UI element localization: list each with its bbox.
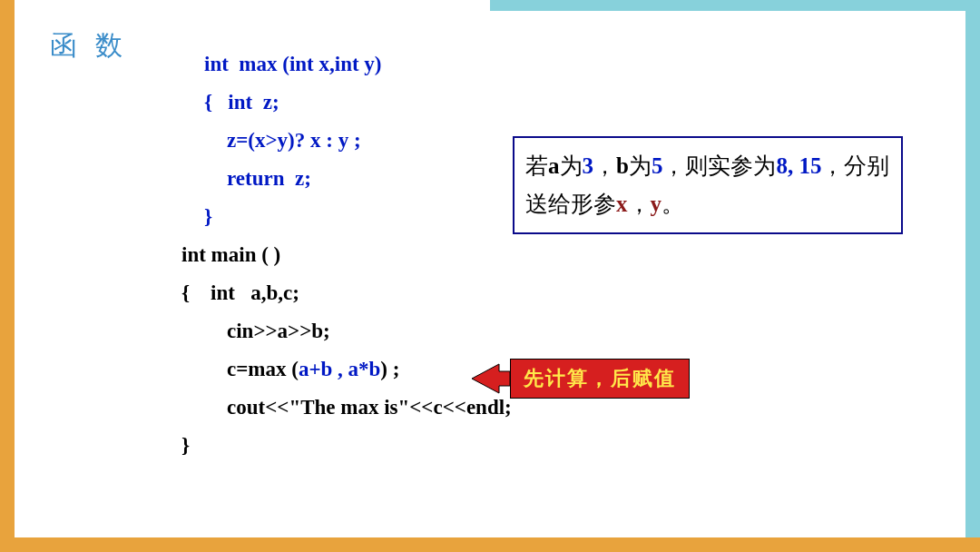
info-text: 为 bbox=[629, 153, 652, 178]
callout-arrow-icon bbox=[472, 362, 510, 395]
code-text: a,b,c; bbox=[250, 281, 299, 304]
code-line-8: cin>>a>>b; bbox=[181, 312, 512, 350]
code-text: c=max ( bbox=[227, 358, 299, 380]
code-text: (int x,int y) bbox=[282, 53, 381, 75]
code-line-6: int main ( ) bbox=[181, 236, 512, 274]
info-text: 。 bbox=[662, 192, 684, 216]
svg-marker-0 bbox=[472, 364, 510, 393]
code-text: <<c<<endl; bbox=[409, 396, 511, 419]
callout: 先计算，后赋值 bbox=[472, 359, 690, 399]
info-text: b bbox=[616, 153, 629, 178]
info-text: 3 bbox=[583, 153, 594, 178]
code-line-4: return z; bbox=[181, 160, 512, 198]
code-text: cout<< bbox=[227, 396, 289, 419]
info-text: y bbox=[651, 192, 662, 216]
code-text: a+b , a*b bbox=[299, 358, 380, 380]
info-text: 8, 15 bbox=[776, 153, 821, 178]
code-text: } bbox=[181, 434, 190, 457]
border-bottom bbox=[0, 537, 980, 552]
code-text: { int bbox=[181, 281, 250, 304]
info-text: 若 bbox=[525, 153, 548, 178]
border-left bbox=[0, 0, 15, 552]
code-line-1: int max (int x,int y) bbox=[181, 45, 512, 84]
code-text: ) ; bbox=[380, 358, 399, 380]
border-top-right bbox=[490, 0, 980, 11]
code-text: int main ( ) bbox=[181, 243, 280, 266]
code-text: { bbox=[204, 91, 228, 113]
info-text: x bbox=[616, 192, 628, 216]
code-line-5: } bbox=[181, 198, 512, 236]
code-text: } bbox=[204, 205, 212, 228]
info-text: 5 bbox=[652, 153, 663, 178]
code-text: int max bbox=[204, 53, 282, 75]
border-right bbox=[965, 0, 980, 552]
code-block: int max (int x,int y) { int z; z=(x>y)? … bbox=[181, 45, 512, 465]
code-text: cin>>a>>b; bbox=[227, 320, 330, 342]
code-line-10: cout<<"The max is"<<c<<endl; bbox=[181, 389, 512, 427]
slide-title: 函 数 bbox=[50, 27, 128, 64]
code-text: return z; bbox=[227, 167, 311, 190]
code-line-3: z=(x>y)? x : y ; bbox=[181, 122, 512, 160]
info-text: ， bbox=[593, 153, 616, 178]
code-text: int z; bbox=[228, 91, 279, 113]
info-box: 若a为3，b为5，则实参为8, 15，分别送给形参x，y。 bbox=[513, 136, 903, 234]
callout-label: 先计算，后赋值 bbox=[510, 359, 690, 399]
watermark-text: 29号造物吧 bbox=[869, 511, 948, 532]
info-text: ，则实参为 bbox=[662, 153, 776, 178]
wechat-icon: ✎ bbox=[846, 513, 864, 531]
info-text: 为 bbox=[560, 153, 583, 178]
code-line-7: { int a,b,c; bbox=[181, 274, 512, 312]
info-text: ， bbox=[628, 192, 651, 216]
code-line-2: { int z; bbox=[181, 84, 512, 122]
code-text: z=(x>y)? x : y ; bbox=[227, 129, 361, 152]
watermark: ✎ 29号造物吧 bbox=[846, 511, 948, 532]
code-line-9: c=max (a+b , a*b) ; bbox=[181, 350, 512, 389]
code-line-11: } bbox=[181, 427, 512, 465]
code-text: "The max is" bbox=[289, 396, 409, 419]
info-text: a bbox=[548, 153, 560, 178]
slide: 函 数 int max (int x,int y) { int z; z=(x>… bbox=[0, 0, 980, 552]
